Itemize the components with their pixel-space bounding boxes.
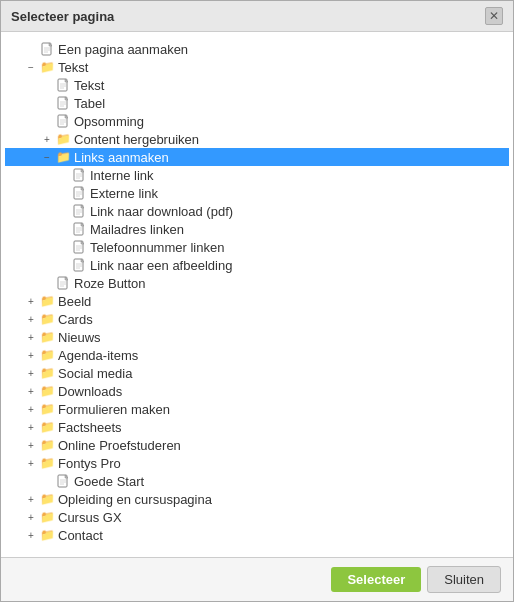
tree-row[interactable]: Interne link [5, 166, 509, 184]
tree-item-label: Online Proefstuderen [58, 438, 181, 453]
tree-expander[interactable]: + [23, 437, 39, 453]
folder-icon: 📁 [39, 311, 55, 327]
tree-item-label: Factsheets [58, 420, 122, 435]
folder-icon: 📁 [39, 329, 55, 345]
dialog: Selecteer pagina ✕ Een pagina aanmaken−📁… [0, 0, 514, 602]
file-icon [55, 473, 71, 489]
file-icon [55, 113, 71, 129]
tree-row[interactable]: +📁Formulieren maken [5, 400, 509, 418]
tree-row[interactable]: +📁Cards [5, 310, 509, 328]
tree-item-label: Goede Start [74, 474, 144, 489]
tree-item-label: Externe link [90, 186, 158, 201]
tree-row[interactable]: +📁Downloads [5, 382, 509, 400]
tree-item-label: Fontys Pro [58, 456, 121, 471]
tree-expander[interactable]: + [23, 527, 39, 543]
tree-row[interactable]: −📁Tekst [5, 58, 509, 76]
tree-item-label: Cursus GX [58, 510, 122, 525]
tree-item-label: Opleiding en cursuspagina [58, 492, 212, 507]
folder-icon: 📁 [39, 401, 55, 417]
tree-row[interactable]: Link naar een afbeelding [5, 256, 509, 274]
tree-row[interactable]: Een pagina aanmaken [5, 40, 509, 58]
tree-expander[interactable]: − [23, 59, 39, 75]
tree-row[interactable]: Opsomming [5, 112, 509, 130]
tree-row[interactable]: +📁Factsheets [5, 418, 509, 436]
tree-area[interactable]: Een pagina aanmaken−📁Tekst Tekst Tabel O… [1, 32, 513, 557]
expander-placeholder [39, 275, 55, 291]
tree-item-label: Downloads [58, 384, 122, 399]
tree-row[interactable]: Tekst [5, 76, 509, 94]
tree-expander[interactable]: + [23, 509, 39, 525]
tree-item-label: Opsomming [74, 114, 144, 129]
folder-icon: 📁 [39, 347, 55, 363]
tree-expander[interactable]: + [23, 383, 39, 399]
tree-row[interactable]: +📁Agenda-items [5, 346, 509, 364]
tree-row[interactable]: +📁Fontys Pro [5, 454, 509, 472]
file-icon [55, 275, 71, 291]
expander-placeholder [55, 221, 71, 237]
dialog-body: Een pagina aanmaken−📁Tekst Tekst Tabel O… [1, 32, 513, 557]
tree-item-label: Link naar een afbeelding [90, 258, 232, 273]
expander-placeholder [39, 95, 55, 111]
tree-expander[interactable]: + [23, 311, 39, 327]
expander-placeholder [23, 41, 39, 57]
tree-item-label: Social media [58, 366, 132, 381]
tree-row[interactable]: Roze Button [5, 274, 509, 292]
select-button[interactable]: Selecteer [331, 567, 421, 592]
tree-row[interactable]: Goede Start [5, 472, 509, 490]
tree-row[interactable]: +📁Contact [5, 526, 509, 544]
tree-row[interactable]: Externe link [5, 184, 509, 202]
tree-expander[interactable]: + [23, 347, 39, 363]
tree-row[interactable]: Tabel [5, 94, 509, 112]
tree-item-label: Een pagina aanmaken [58, 42, 188, 57]
tree-row[interactable]: +📁Content hergebruiken [5, 130, 509, 148]
tree-expander[interactable]: − [39, 149, 55, 165]
tree-item-label: Content hergebruiken [74, 132, 199, 147]
tree-expander[interactable]: + [23, 419, 39, 435]
tree-expander[interactable]: + [23, 293, 39, 309]
file-icon [71, 239, 87, 255]
expander-placeholder [55, 257, 71, 273]
tree-expander[interactable]: + [23, 329, 39, 345]
tree-expander[interactable]: + [23, 365, 39, 381]
tree-item-label: Roze Button [74, 276, 146, 291]
tree-item-label: Links aanmaken [74, 150, 169, 165]
close-button[interactable]: Sluiten [427, 566, 501, 593]
tree-row[interactable]: +📁Nieuws [5, 328, 509, 346]
file-icon [71, 221, 87, 237]
tree-row[interactable]: +📁Opleiding en cursuspagina [5, 490, 509, 508]
tree-expander[interactable]: + [23, 455, 39, 471]
folder-icon: 📁 [55, 131, 71, 147]
tree-expander[interactable]: + [39, 131, 55, 147]
tree-expander[interactable]: + [23, 491, 39, 507]
expander-placeholder [55, 203, 71, 219]
folder-icon: 📁 [39, 365, 55, 381]
expander-placeholder [39, 77, 55, 93]
tree-row[interactable]: +📁Cursus GX [5, 508, 509, 526]
expander-placeholder [39, 473, 55, 489]
folder-icon: 📁 [39, 59, 55, 75]
expander-placeholder [55, 185, 71, 201]
tree-item-label: Contact [58, 528, 103, 543]
tree-row[interactable]: +📁Beeld [5, 292, 509, 310]
file-icon [71, 185, 87, 201]
tree-row[interactable]: +📁Online Proefstuderen [5, 436, 509, 454]
folder-icon: 📁 [39, 383, 55, 399]
folder-icon: 📁 [55, 149, 71, 165]
file-icon [71, 203, 87, 219]
folder-icon: 📁 [39, 419, 55, 435]
folder-icon: 📁 [39, 293, 55, 309]
folder-icon: 📁 [39, 455, 55, 471]
folder-icon: 📁 [39, 437, 55, 453]
tree-item-label: Tekst [58, 60, 88, 75]
tree-expander[interactable]: + [23, 401, 39, 417]
expander-placeholder [39, 113, 55, 129]
tree-row[interactable]: Telefoonnummer linken [5, 238, 509, 256]
tree-row[interactable]: Link naar download (pdf) [5, 202, 509, 220]
tree-row[interactable]: −📁Links aanmaken [5, 148, 509, 166]
tree-row[interactable]: Mailadres linken [5, 220, 509, 238]
tree-item-label: Link naar download (pdf) [90, 204, 233, 219]
dialog-close-button[interactable]: ✕ [485, 7, 503, 25]
folder-icon: 📁 [39, 491, 55, 507]
tree-row[interactable]: +📁Social media [5, 364, 509, 382]
expander-placeholder [55, 239, 71, 255]
